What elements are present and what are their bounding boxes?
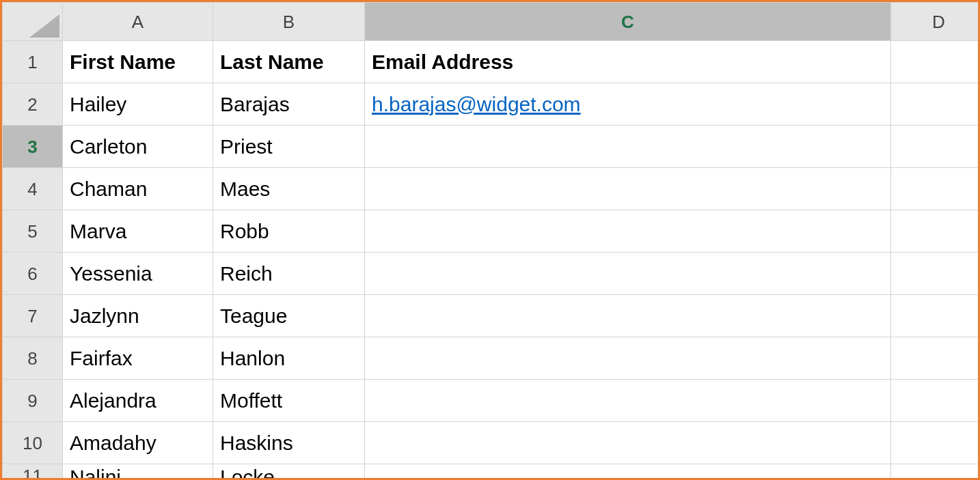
cell-d3[interactable]: [891, 126, 981, 168]
cell-d6[interactable]: [891, 253, 981, 295]
row-header[interactable]: 5: [3, 210, 63, 253]
cell-c9[interactable]: [365, 380, 891, 422]
cell-a11[interactable]: Nalini: [63, 464, 213, 481]
cell-c3[interactable]: [365, 126, 891, 168]
row-header[interactable]: 10: [3, 422, 63, 464]
data-row: 7 Jazlynn Teague: [3, 295, 981, 337]
data-row: 9 Alejandra Moffett: [3, 380, 981, 422]
cell-d1[interactable]: [891, 41, 981, 83]
row-header[interactable]: 7: [3, 295, 63, 337]
cell-a2[interactable]: Hailey: [63, 83, 213, 126]
row-header[interactable]: 1: [3, 41, 63, 83]
cell-d9[interactable]: [891, 380, 981, 422]
column-header-a[interactable]: A: [63, 3, 213, 41]
cell-b6[interactable]: Reich: [213, 253, 365, 295]
cell-c11[interactable]: [365, 464, 891, 481]
cell-d7[interactable]: [891, 295, 981, 337]
row-header[interactable]: 9: [3, 380, 63, 422]
cell-a8[interactable]: Fairfax: [63, 337, 213, 380]
select-all-triangle-icon: [29, 14, 59, 38]
column-header-b[interactable]: B: [213, 3, 365, 41]
cell-a6[interactable]: Yessenia: [63, 253, 213, 295]
data-row: 4 Chaman Maes: [3, 168, 981, 210]
cell-b11[interactable]: Locke: [213, 464, 365, 481]
cell-c8[interactable]: [365, 337, 891, 380]
cell-a10[interactable]: Amadahy: [63, 422, 213, 464]
cell-a4[interactable]: Chaman: [63, 168, 213, 210]
cell-d8[interactable]: [891, 337, 981, 380]
cell-a7[interactable]: Jazlynn: [63, 295, 213, 337]
column-header-c[interactable]: C: [365, 3, 891, 41]
cell-d11[interactable]: [891, 464, 981, 481]
data-row: 1 First Name Last Name Email Address: [3, 41, 981, 83]
column-header-row: A B C D: [3, 3, 981, 41]
cell-d10[interactable]: [891, 422, 981, 464]
cell-c5[interactable]: [365, 210, 891, 253]
data-row: 6 Yessenia Reich: [3, 253, 981, 295]
data-row: 3 Carleton Priest: [3, 126, 981, 168]
row-header[interactable]: 8: [3, 337, 63, 380]
cell-a5[interactable]: Marva: [63, 210, 213, 253]
data-row: 10 Amadahy Haskins: [3, 422, 981, 464]
data-row: 11 Nalini Locke: [3, 464, 981, 481]
select-all-corner[interactable]: [3, 3, 63, 41]
cell-d4[interactable]: [891, 168, 981, 210]
cell-d2[interactable]: [891, 83, 981, 126]
cell-c4[interactable]: [365, 168, 891, 210]
data-row: 2 Hailey Barajas h.barajas@widget.com: [3, 83, 981, 126]
row-header[interactable]: 4: [3, 168, 63, 210]
cell-c10[interactable]: [365, 422, 891, 464]
data-row: 8 Fairfax Hanlon: [3, 337, 981, 380]
row-header[interactable]: 6: [3, 253, 63, 295]
cell-b5[interactable]: Robb: [213, 210, 365, 253]
cell-c2-email-link[interactable]: h.barajas@widget.com: [365, 83, 891, 126]
data-row: 5 Marva Robb: [3, 210, 981, 253]
cell-a3[interactable]: Carleton: [63, 126, 213, 168]
row-header-active[interactable]: 3: [3, 126, 63, 168]
spreadsheet-frame: A B C D 1 First Name Last Name Email Add…: [0, 0, 980, 480]
spreadsheet-grid[interactable]: A B C D 1 First Name Last Name Email Add…: [2, 2, 980, 480]
row-header[interactable]: 2: [3, 83, 63, 126]
cell-c7[interactable]: [365, 295, 891, 337]
cell-c1[interactable]: Email Address: [365, 41, 891, 83]
cell-d5[interactable]: [891, 210, 981, 253]
cell-a1[interactable]: First Name: [63, 41, 213, 83]
column-header-d[interactable]: D: [891, 3, 981, 41]
cell-b1[interactable]: Last Name: [213, 41, 365, 83]
row-header[interactable]: 11: [3, 464, 63, 481]
cell-b4[interactable]: Maes: [213, 168, 365, 210]
cell-c6[interactable]: [365, 253, 891, 295]
cell-b2[interactable]: Barajas: [213, 83, 365, 126]
cell-b10[interactable]: Haskins: [213, 422, 365, 464]
cell-b8[interactable]: Hanlon: [213, 337, 365, 380]
cell-a9[interactable]: Alejandra: [63, 380, 213, 422]
cell-b9[interactable]: Moffett: [213, 380, 365, 422]
cell-b7[interactable]: Teague: [213, 295, 365, 337]
cell-b3[interactable]: Priest: [213, 126, 365, 168]
